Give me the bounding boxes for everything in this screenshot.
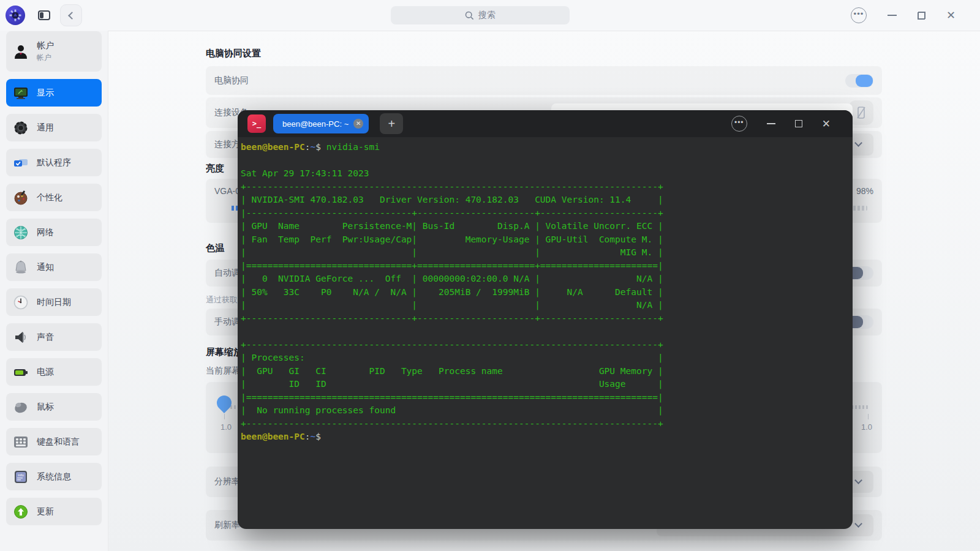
settings-minimize-button[interactable]: [888, 15, 897, 16]
search-icon: [465, 11, 474, 20]
chevron-down-icon: [854, 139, 862, 147]
back-button[interactable]: [60, 4, 82, 26]
sidebar-item-label: 鼠标: [37, 402, 54, 413]
current-screen-label: 当前屏幕: [206, 365, 240, 377]
terminal-tab[interactable]: been@been-PC: ~ ✕: [273, 114, 369, 133]
network-globe-icon: [13, 225, 29, 241]
palette-icon: [13, 190, 29, 206]
sidebar-item-label: 默认程序: [37, 157, 71, 168]
search-input[interactable]: 搜索: [391, 6, 570, 24]
row-label: 分辨率: [214, 476, 240, 487]
terminal-window-controls: ••• ✕: [731, 116, 831, 132]
keyboard-icon: [13, 434, 29, 450]
sidebar-item-label: 帐户: [37, 40, 54, 51]
update-icon: [13, 504, 29, 520]
bell-icon: [13, 260, 29, 276]
sidebar-item-updates[interactable]: 更新: [6, 498, 102, 525]
brightness-value: 98%: [856, 186, 873, 196]
terminal-window: >_ been@been-PC: ~ ✕ + ••• ✕ been@been-P…: [238, 110, 853, 529]
settings-window-controls: ••• ✕: [851, 0, 956, 31]
settings-menu-button[interactable]: •••: [851, 7, 867, 23]
sidebar-item-accounts[interactable]: 帐户 帐户: [6, 31, 102, 72]
sidebar-item-network[interactable]: 网络: [6, 219, 102, 246]
section-title-brightness: 亮度: [206, 163, 224, 174]
prompt-line: been@been-PC:~$ nvidia-smi: [241, 141, 853, 154]
settings-sidebar: 帐户 帐户 显示 通用 默认程序: [0, 31, 108, 551]
terminal-output-area[interactable]: been@been-PC:~$ nvidia-smi Sat Apr 29 17…: [238, 137, 853, 444]
slider-max-label: 1.0: [861, 422, 872, 432]
sidebar-item-display[interactable]: 显示: [6, 79, 102, 107]
page-title: 电脑协同设置: [206, 48, 261, 59]
sidebar-item-datetime[interactable]: 时间日期: [6, 288, 102, 316]
chevron-left-icon: [68, 12, 76, 20]
default-apps-icon: [13, 155, 29, 171]
settings-close-button[interactable]: ✕: [946, 10, 956, 21]
terminal-minimize-button[interactable]: [767, 123, 775, 124]
sidebar-item-personalization[interactable]: 个性化: [6, 184, 102, 211]
terminal-close-button[interactable]: ✕: [822, 119, 831, 129]
battery-icon: [13, 364, 29, 380]
sidebar-item-label: 系统信息: [37, 471, 71, 482]
gear-logo-glyph: [9, 9, 21, 21]
sidebar-item-label: 通用: [37, 122, 54, 133]
slider-tick-left: [224, 414, 225, 419]
terminal-tab-title: been@been-PC: ~: [282, 119, 349, 129]
sidebar-item-sound[interactable]: 声音: [6, 323, 102, 351]
row-pc-collaboration: 电脑协同: [206, 66, 882, 95]
slider-tick-right: [868, 414, 869, 419]
command-text: nvidia-smi: [326, 142, 380, 152]
sidebar-item-label: 时间日期: [37, 297, 71, 308]
sidebar-item-power[interactable]: 电源: [6, 358, 102, 386]
sidebar-item-label: 键盘和语言: [37, 437, 80, 448]
terminal-maximize-button[interactable]: [795, 120, 802, 127]
sidebar-item-label: 个性化: [37, 192, 62, 203]
chevron-down-icon: [854, 476, 862, 484]
display-output-label: VGA-0: [214, 186, 240, 196]
row-label: 刷新率: [214, 520, 240, 531]
sidebar-item-system-info[interactable]: info 系统信息: [6, 463, 102, 490]
mouse-icon: [13, 399, 29, 415]
sidebar-item-mouse[interactable]: 鼠标: [6, 393, 102, 421]
sidebar-item-keyboard[interactable]: 键盘和语言: [6, 428, 102, 455]
row-label: 电脑协同: [214, 75, 249, 86]
nvidia-smi-output: Sat Apr 29 17:43:11 2023+---------------…: [241, 154, 853, 431]
sidebar-item-label: 更新: [37, 506, 54, 517]
prompt-line: been@been-PC:~$: [241, 430, 853, 444]
desktop: 搜索 ••• ✕ 帐户 帐户 显示: [0, 0, 980, 551]
toggle-knob: [856, 75, 873, 87]
sidebar-item-general[interactable]: 通用: [6, 114, 102, 141]
terminal-titlebar[interactable]: >_ been@been-PC: ~ ✕ + ••• ✕: [238, 110, 853, 137]
account-avatar-icon: [13, 43, 29, 59]
sidebar-item-label: 网络: [37, 227, 54, 238]
svg-text:info: info: [18, 473, 24, 477]
sidebar-item-label: 通知: [37, 262, 54, 273]
sidebar-item-notifications[interactable]: 通知: [6, 253, 102, 281]
sidebar-item-label: 显示: [37, 88, 54, 99]
section-title-scaling: 屏幕缩放: [206, 347, 243, 358]
sidebar-item-sublabel: 帐户: [37, 53, 54, 63]
sidebar-item-default-apps[interactable]: 默认程序: [6, 149, 102, 176]
phone-disabled-button[interactable]: [849, 100, 873, 125]
general-gear-icon: [13, 120, 29, 136]
sidebar-collapse-icon[interactable]: [38, 10, 50, 20]
tab-close-icon[interactable]: ✕: [353, 119, 363, 129]
control-center-logo-icon: [6, 6, 25, 25]
speaker-icon: [13, 329, 29, 345]
settings-titlebar: 搜索 ••• ✕: [0, 0, 980, 31]
phone-slash-icon: [856, 106, 867, 119]
terminal-menu-button[interactable]: •••: [731, 116, 747, 132]
chevron-down-icon: [854, 520, 862, 528]
auto-adjust-description: 通过获取: [206, 294, 238, 305]
clock-icon: [13, 294, 29, 310]
pc-collaboration-toggle[interactable]: [845, 74, 873, 88]
system-info-icon: info: [13, 469, 29, 485]
section-title-color-temp: 色温: [206, 242, 224, 254]
search-placeholder: 搜索: [478, 10, 496, 21]
sidebar-item-label: 电源: [37, 367, 54, 378]
slider-min-label: 1.0: [221, 422, 232, 432]
terminal-app-icon: >_: [247, 114, 266, 133]
new-tab-button[interactable]: +: [380, 113, 403, 134]
settings-restore-button[interactable]: [918, 12, 925, 20]
scaling-slider-knob[interactable]: [214, 392, 235, 413]
sidebar-item-label: 声音: [37, 332, 54, 343]
